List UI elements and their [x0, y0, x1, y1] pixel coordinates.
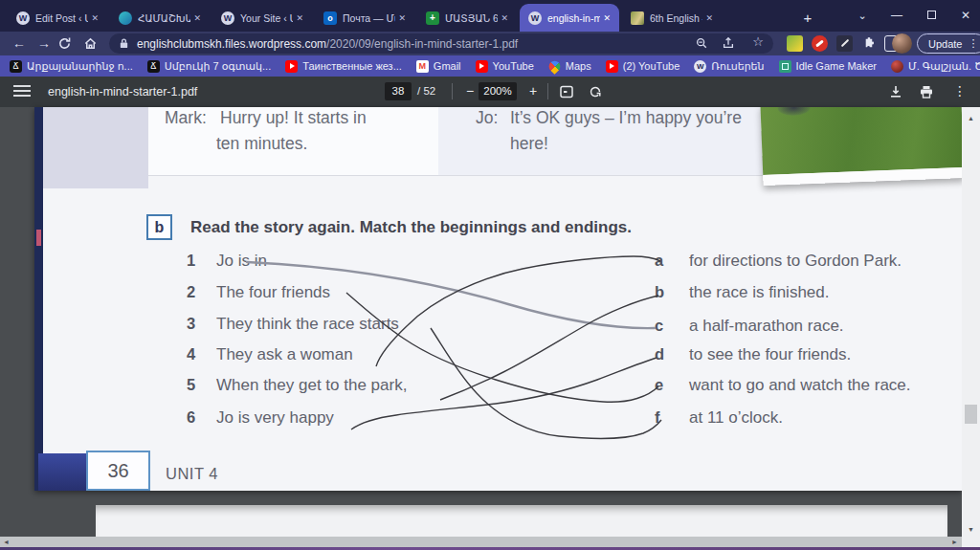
pdf-viewer: Mark: Hurry up! It starts in ten minutes…	[0, 107, 980, 550]
match-line-4a	[376, 256, 660, 366]
reload-button[interactable]	[57, 33, 80, 55]
bookmark-item[interactable]: Idle Game Maker	[779, 60, 877, 73]
maximize-button[interactable]	[917, 2, 946, 29]
extension-adblock-icon[interactable]	[812, 35, 828, 52]
scroll-down-icon[interactable]: ▼	[962, 526, 980, 533]
forward-button[interactable]: →	[33, 33, 56, 55]
bookmark-item[interactable]: Таинственные жез...	[285, 60, 402, 73]
channel-icon: Ճ	[147, 60, 160, 73]
back-button[interactable]: ←	[8, 33, 31, 55]
zoom-out-button[interactable]: −	[461, 83, 479, 100]
red-sphere-icon	[891, 60, 903, 73]
wordpress-icon: W	[16, 11, 30, 25]
tab-english-in-mind-active[interactable]: W english-in-mind- ✕	[520, 4, 619, 32]
profile-avatar[interactable]	[892, 33, 912, 54]
close-icon[interactable]: ✕	[293, 11, 306, 25]
close-icon[interactable]: ✕	[702, 11, 716, 25]
browser-toolbar: ← → englishclubmskh.files.wordpress.com/…	[0, 32, 980, 55]
fit-page-button[interactable]	[559, 83, 576, 100]
minimize-button[interactable]: —	[882, 2, 911, 29]
beginning-number: 5	[187, 376, 204, 394]
menu-dots-icon[interactable]: ⋮	[968, 37, 978, 50]
pdf-menu-icon[interactable]	[13, 85, 31, 99]
book-spine-edge	[34, 107, 43, 491]
page-number-box: 36	[86, 451, 150, 491]
spine-red-mark	[36, 230, 41, 246]
bookmark-star-icon[interactable]: ☆	[748, 34, 768, 53]
bookmark-item[interactable]: Maps	[548, 60, 591, 73]
scroll-right-icon[interactable]: ►	[951, 539, 958, 545]
scroll-up-icon[interactable]: ▲	[962, 115, 980, 121]
beginning-text: The four friends	[216, 283, 330, 302]
beginning-text: Jo is in	[216, 252, 267, 271]
extensions-puzzle-icon[interactable]	[861, 35, 878, 52]
more-options-icon[interactable]: ⋮	[951, 83, 969, 100]
page-number-input[interactable]: 38	[385, 82, 412, 100]
rotate-button[interactable]	[588, 83, 605, 100]
new-tab-button[interactable]: +	[796, 7, 819, 30]
beginning-text: Jo is very happy	[216, 408, 334, 428]
channel-icon: Ճ	[10, 60, 22, 73]
update-button[interactable]: Update ⋮	[917, 33, 980, 54]
tab-search-icon[interactable]: ⌄	[848, 2, 877, 29]
close-icon[interactable]: ✕	[190, 11, 204, 25]
bookmark-item[interactable]: ՃՍմբուկի 7 օգտակ...	[147, 60, 271, 73]
lock-icon	[119, 37, 129, 50]
bookmark-item[interactable]: ՃԱրքայանարինջ ո...	[10, 60, 133, 73]
scrollbar-thumb[interactable]	[965, 405, 977, 424]
site-logo-icon	[119, 11, 132, 25]
tab-mail[interactable]: o Почта — Մարկ ✕	[315, 4, 414, 32]
zoom-level-value[interactable]: 200%	[479, 82, 517, 100]
tab-hamashkharh[interactable]: ՀԱՄԱՇԽԱՐՀԱՅ ✕	[110, 4, 210, 32]
unit-label: UNIT 4	[166, 465, 218, 483]
bookmark-item[interactable]: YouTube	[476, 60, 534, 73]
share-icon[interactable]	[722, 34, 741, 53]
tab-title: ՄԱՏՅԱՆ 6 - 22	[445, 12, 498, 24]
bookmark-item[interactable]: MGmail	[416, 60, 461, 73]
close-window-button[interactable]: ✕	[951, 2, 980, 29]
speaker-label: Mark:	[165, 108, 207, 128]
close-icon[interactable]: ✕	[395, 11, 409, 25]
zoom-in-button[interactable]: +	[524, 83, 542, 100]
ending-text: for directions to Gordon Park.	[689, 252, 902, 271]
tab-bar: W Edit Post ‹ Մարկ ✕ ՀԱՄԱՇԽԱՐՀԱՅ ✕ W You…	[0, 0, 980, 32]
beginning-text: They ask a woman	[216, 345, 353, 364]
extension-leaf-icon[interactable]	[787, 35, 803, 52]
youtube-icon	[606, 60, 618, 73]
bookmark-item[interactable]: WՌուսերեն	[694, 60, 764, 73]
tab-your-site[interactable]: W Your Site ‹ Մարկ ✕	[212, 4, 312, 32]
exercise-letter-box: b	[146, 214, 172, 240]
close-icon[interactable]: ✕	[88, 11, 101, 25]
bookmarks-bar: ՃԱրքայանարինջ ո... ՃՍմբուկի 7 օգտակ... Т…	[0, 55, 980, 77]
address-bar[interactable]: englishclubmskh.files.wordpress.com/2020…	[109, 33, 773, 54]
beginning-number: 3	[187, 315, 204, 333]
scroll-left-icon[interactable]: ◄	[3, 539, 10, 545]
bookmark-item[interactable]: (2) YouTube	[606, 60, 680, 73]
dialogue-line: here!	[510, 134, 548, 154]
ending-text: to see the four friends.	[689, 345, 851, 364]
browser-window: W Edit Post ‹ Մարկ ✕ ՀԱՄԱՇԽԱՐՀԱՅ ✕ W You…	[0, 0, 980, 550]
beginning-text: They think the race starts	[216, 315, 399, 334]
vertical-scrollbar[interactable]: ▲ ▼	[962, 107, 980, 550]
extension-pen-icon[interactable]	[836, 35, 853, 52]
wordpress-icon: W	[221, 11, 234, 25]
home-button[interactable]	[83, 33, 106, 55]
bookmark-item[interactable]: Մ. Գալշյան. Ծիրա...	[891, 60, 980, 73]
beginning-text: When they get to the park,	[216, 376, 407, 395]
update-label: Update	[928, 38, 962, 50]
maximize-icon	[927, 11, 936, 19]
pdf-page-36: Mark: Hurry up! It starts in ten minutes…	[34, 107, 962, 491]
print-icon[interactable]	[919, 83, 936, 100]
ending-letter: b	[655, 283, 670, 301]
tab-title: 6th English – Մա	[650, 12, 702, 24]
ending-text: want to go and watch the race.	[689, 376, 911, 395]
tab-matyan[interactable]: + ՄԱՏՅԱՆ 6 - 22 ✕	[417, 4, 517, 32]
zoom-icon[interactable]	[695, 34, 714, 53]
download-icon[interactable]	[888, 83, 905, 100]
shoe-in-photo	[777, 107, 811, 116]
close-icon[interactable]: ✕	[498, 11, 511, 25]
close-icon[interactable]: ✕	[600, 11, 613, 25]
tab-6th-english[interactable]: 6th English – Մա ✕	[622, 4, 722, 32]
tab-edit-post[interactable]: W Edit Post ‹ Մարկ ✕	[8, 4, 107, 32]
url-text: englishclubmskh.files.wordpress.com/2020…	[137, 37, 518, 51]
